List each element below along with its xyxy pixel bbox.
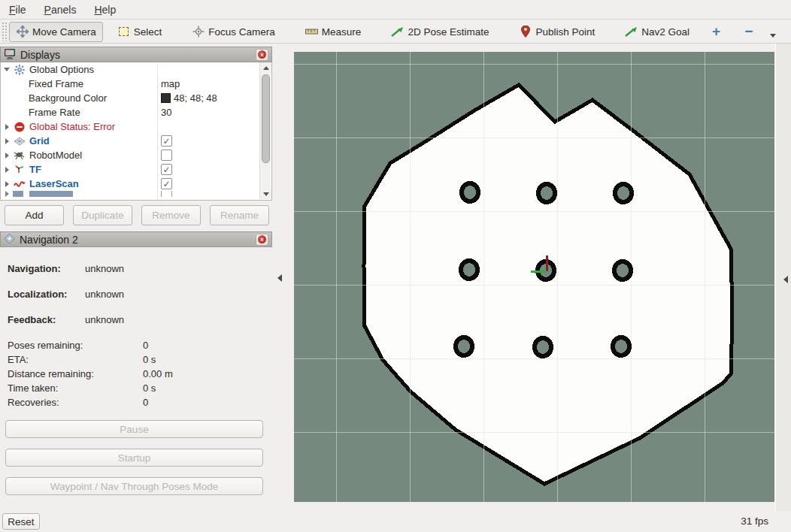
tree-row-frame-rate[interactable]: Frame Rate 30 — [1, 105, 271, 119]
focus-camera-icon — [192, 26, 205, 38]
tree-row-grid[interactable]: Grid ✓ — [1, 134, 271, 148]
poses-remaining-row: Poses remaining: 0 — [8, 340, 263, 351]
tree-row-background-color[interactable]: Background Color 48; 48; 48 — [1, 91, 271, 105]
tool-label: Select — [134, 26, 162, 38]
tree-item-label: LaserScan — [29, 178, 79, 189]
right-panel-strip[interactable] — [774, 44, 791, 511]
remove-button[interactable]: Remove — [141, 205, 201, 225]
laserscan-checkbox[interactable]: ✓ — [161, 178, 172, 189]
menu-panels[interactable]: Panels — [35, 2, 86, 18]
displays-close-button[interactable]: x — [256, 49, 268, 61]
fixed-frame-value[interactable]: map — [161, 78, 180, 89]
scroll-down-icon[interactable] — [260, 189, 271, 199]
tool-label: Move Camera — [32, 26, 96, 38]
tf-axes-icon — [13, 164, 26, 176]
check-icon: ✓ — [162, 165, 170, 175]
map-canvas[interactable] — [294, 52, 774, 502]
check-icon: ✓ — [162, 179, 170, 189]
distance-remaining-row: Distance remaining: 0.00 m — [8, 368, 263, 379]
menu-help[interactable]: Help — [85, 2, 125, 18]
status-label: Localization: — [8, 289, 85, 300]
navigation-panel-icon — [4, 233, 15, 246]
startup-button[interactable]: Startup — [5, 449, 263, 467]
tf-checkbox[interactable]: ✓ — [161, 164, 172, 175]
localization-status-row: Localization: unknown — [8, 289, 263, 300]
expander-down-icon[interactable] — [1, 68, 13, 71]
tree-item-label: RobotModel — [29, 150, 82, 161]
tree-item-label: Global Options — [29, 64, 94, 75]
tool-focus-camera[interactable]: Focus Camera — [185, 22, 282, 42]
clipped-checkbox — [161, 191, 172, 197]
frame-rate-value[interactable]: 30 — [161, 107, 171, 118]
waypoint-mode-button[interactable]: Waypoint / Nav Through Poses Mode — [5, 477, 263, 495]
duplicate-button[interactable]: Duplicate — [73, 205, 132, 225]
status-label: Navigation: — [8, 263, 85, 274]
menu-bar: File Panels Help — [0, 0, 791, 20]
tool-nav2-goal[interactable]: Nav2 Goal — [618, 22, 696, 42]
tree-row-global-options[interactable]: Global Options — [1, 62, 271, 77]
navigation-panel-header: Navigation 2 x — [0, 231, 272, 247]
tool-publish-point[interactable]: Publish Point — [512, 22, 602, 42]
status-value: unknown — [85, 314, 124, 325]
error-icon — [13, 121, 26, 133]
tool-label: Publish Point — [535, 26, 595, 38]
laserscan-icon — [13, 178, 26, 190]
navigation-close-button[interactable]: x — [256, 234, 268, 246]
tool-measure[interactable]: Measure — [299, 22, 368, 42]
menu-file[interactable]: File — [0, 2, 35, 18]
rename-button[interactable]: Rename — [210, 205, 269, 225]
tree-row-tf[interactable]: TF ✓ — [1, 162, 271, 177]
tool-select[interactable]: Select — [111, 22, 169, 42]
tree-row-clipped[interactable] — [1, 191, 271, 197]
scroll-up-icon[interactable] — [260, 62, 271, 73]
robot-model-icon — [13, 150, 26, 162]
check-icon: ✓ — [162, 136, 170, 147]
expander-right-icon[interactable] — [1, 124, 13, 130]
expander-right-icon[interactable] — [1, 167, 13, 173]
close-icon: x — [258, 235, 266, 243]
expander-right-icon[interactable] — [1, 138, 13, 144]
status-value: unknown — [85, 289, 124, 300]
expander-right-icon[interactable] — [1, 181, 13, 187]
left-splitter-collapse-icon[interactable] — [277, 274, 282, 282]
tree-item-label: Global Status: Error — [29, 121, 115, 132]
tool-label: Nav2 Goal — [641, 26, 689, 38]
displays-icon — [4, 48, 16, 62]
grid-checkbox[interactable]: ✓ — [161, 135, 172, 147]
clipped-label — [29, 191, 73, 197]
tool-2d-pose-estimate[interactable]: 2D Pose Estimate — [384, 22, 496, 42]
status-label: Feedback: — [8, 314, 85, 325]
nav2-goal-arrow-icon — [625, 26, 638, 38]
scrollbar-thumb[interactable] — [262, 74, 270, 163]
tree-row-robotmodel[interactable]: RobotModel — [1, 148, 271, 162]
right-splitter-collapse-icon[interactable] — [783, 276, 788, 283]
toolbar: Move Camera Select Focus Camera Measure … — [0, 20, 791, 44]
tool-move-camera[interactable]: Move Camera — [9, 22, 103, 42]
stat-value: 0 — [143, 340, 148, 351]
remove-tool-button[interactable]: − — [736, 23, 761, 41]
tree-item-label: Background Color — [29, 92, 107, 104]
reset-button[interactable]: Reset — [2, 513, 40, 530]
feedback-status-row: Feedback: unknown — [8, 314, 263, 325]
toolbar-drag-handle[interactable] — [2, 22, 8, 41]
recoveries-row: Recoveries: 0 — [8, 397, 263, 408]
expander-right-icon[interactable] — [1, 153, 13, 159]
add-button[interactable]: Add — [5, 205, 64, 225]
robotmodel-checkbox[interactable] — [161, 150, 172, 161]
tree-row-fixed-frame[interactable]: Fixed Frame map — [1, 77, 271, 91]
stat-value: 0.00 m — [143, 368, 173, 379]
add-tool-button[interactable]: + — [704, 23, 729, 41]
global-options-icon — [13, 64, 26, 76]
tool-label: Measure — [322, 26, 362, 38]
tree-row-laserscan[interactable]: LaserScan ✓ — [1, 177, 271, 191]
pause-button[interactable]: Pause — [5, 420, 263, 438]
eta-row: ETA: 0 s — [8, 354, 263, 365]
tree-item-label: Grid — [29, 135, 50, 147]
background-color-value[interactable]: 48; 48; 48 — [174, 92, 217, 104]
tree-scrollbar[interactable] — [259, 62, 271, 199]
close-icon: x — [258, 50, 266, 59]
toolbar-overflow-icon[interactable] — [770, 34, 776, 38]
tree-row-global-status[interactable]: Global Status: Error — [1, 119, 271, 134]
minus-icon: − — [744, 23, 753, 40]
tree-item-label: TF — [29, 164, 41, 175]
